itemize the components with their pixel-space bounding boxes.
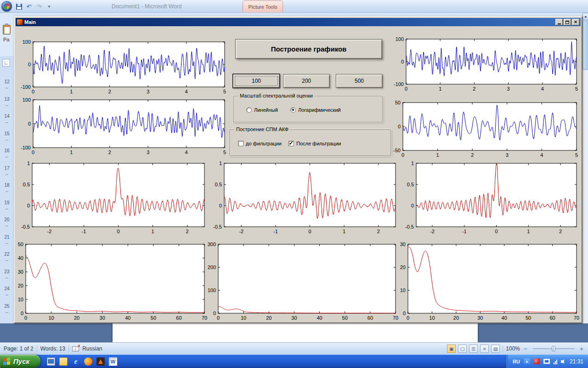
checkbox-icon[interactable] (238, 141, 243, 146)
ribbon-fragment: Pa (0, 13, 14, 57)
radio-icon[interactable] (246, 107, 252, 113)
word-vertical-scrollbar[interactable] (582, 13, 588, 343)
svg-text:0: 0 (401, 59, 404, 64)
after-filter-checkbox-option[interactable]: После фильтрации (288, 141, 341, 146)
svg-text:10: 10 (18, 297, 23, 302)
n-200-button[interactable]: 200 (283, 74, 330, 88)
svg-text:5: 5 (223, 89, 226, 94)
page-indicator[interactable]: Page: 1 of 2 (4, 345, 34, 352)
zoom-slider-thumb[interactable] (552, 346, 555, 351)
svg-text:0.5: 0.5 (23, 182, 30, 187)
ruler-number: 24 (0, 286, 14, 291)
svg-text:-2: -2 (430, 229, 435, 234)
svg-text:0: 0 (213, 310, 216, 316)
minimize-icon[interactable] (555, 19, 563, 25)
svg-text:50: 50 (526, 315, 531, 321)
ruler-number: 21 (0, 235, 14, 240)
matlab-figure-icon (17, 19, 23, 25)
svg-text:0: 0 (403, 310, 406, 316)
figure-title-bar[interactable]: Main (16, 18, 581, 26)
maximize-icon[interactable] (564, 19, 571, 25)
word-document-area (0, 323, 588, 342)
zoom-out-icon[interactable] (523, 345, 528, 352)
redo-icon[interactable] (35, 2, 43, 11)
web-layout-view-icon[interactable] (469, 345, 478, 353)
start-button[interactable]: Пуск (0, 355, 40, 368)
ruler-tick (6, 157, 8, 157)
qat-dropdown-icon[interactable] (45, 2, 53, 11)
taskbar-clock[interactable]: 21:31 (570, 358, 583, 365)
n-100-button[interactable]: 100 (233, 74, 280, 88)
plot-signal-mid-right: 012345-50050 (390, 99, 580, 160)
panel-title: Построение СПМ АКФ (234, 126, 290, 132)
n-500-button[interactable]: 500 (336, 74, 383, 88)
radio-icon[interactable] (290, 107, 296, 113)
zoom-slider[interactable] (533, 348, 574, 349)
checkbox-icon[interactable] (288, 141, 294, 146)
svg-text:0: 0 (24, 315, 27, 321)
tab-stop-selector[interactable] (2, 59, 10, 67)
proofing-icon[interactable] (72, 346, 79, 351)
print-layout-view-icon[interactable] (447, 345, 456, 353)
plot-canvas: 0102030405060700102030 (398, 241, 580, 322)
matlab-icon[interactable] (96, 357, 105, 366)
word-icon[interactable] (109, 357, 117, 366)
separator (37, 345, 37, 352)
svg-text:1: 1 (70, 89, 73, 94)
close-icon[interactable] (572, 19, 579, 25)
svg-text:0: 0 (217, 315, 220, 321)
svg-text:200: 200 (208, 264, 216, 270)
paste-clipboard-icon[interactable] (3, 25, 11, 34)
svg-text:4: 4 (540, 152, 543, 158)
svg-text:300: 300 (208, 242, 216, 247)
zoom-in-icon[interactable] (579, 345, 584, 352)
office-button[interactable] (1, 1, 12, 12)
tray-signal-icon[interactable] (554, 359, 557, 364)
svg-text:0: 0 (32, 89, 34, 94)
language-status[interactable]: Russian (82, 345, 102, 352)
svg-text:20: 20 (18, 283, 23, 288)
firefox-icon[interactable] (84, 357, 92, 366)
before-filter-checkbox-option[interactable]: до фильтрации (238, 141, 282, 146)
tray-security-icon[interactable] (534, 358, 540, 364)
show-desktop-icon[interactable] (47, 357, 55, 366)
language-indicator[interactable]: RU (513, 359, 520, 364)
plot-canvas: 012345-1000100 (17, 38, 228, 96)
draft-view-icon[interactable] (491, 345, 500, 353)
zoom-level[interactable]: 100% (506, 345, 520, 352)
log-radio-option[interactable]: Логарифмический (290, 107, 341, 113)
vertical-ruler: 1213141516171819202122232425 (0, 69, 14, 323)
undo-icon[interactable] (25, 2, 33, 11)
paste-button-label[interactable]: Pa (3, 37, 9, 42)
plot-signal-top-left: 012345-1000100 (17, 38, 228, 96)
svg-text:20: 20 (266, 315, 271, 321)
svg-text:0: 0 (405, 86, 407, 92)
svg-text:1: 1 (27, 161, 30, 166)
svg-text:-100: -100 (21, 84, 31, 90)
tray-network-icon[interactable] (543, 359, 550, 364)
svg-text:20: 20 (400, 264, 406, 270)
build-graphs-button[interactable]: Построение графиков (235, 39, 382, 59)
scroll-up-icon[interactable] (582, 13, 588, 20)
document-page (113, 323, 478, 342)
plot-canvas: -2-1012-0.500.51 (400, 160, 580, 236)
plot-psd-right: 0102030405060700102030 (398, 241, 580, 322)
ruler-number: 19 (0, 200, 14, 205)
linear-radio-option[interactable]: Линейный (246, 107, 278, 113)
save-icon[interactable] (15, 2, 23, 11)
svg-text:3: 3 (147, 89, 149, 94)
outline-view-icon[interactable] (480, 345, 489, 353)
svg-text:4: 4 (185, 89, 188, 94)
fullscreen-view-icon[interactable] (458, 345, 467, 353)
svg-text:0: 0 (28, 62, 31, 67)
volume-icon[interactable] (561, 360, 563, 363)
hide-icons-chevron-icon[interactable] (524, 358, 530, 365)
picture-tools-contextual-tab[interactable]: Picture Tools (243, 0, 283, 12)
internet-explorer-icon[interactable] (72, 357, 80, 366)
explorer-icon[interactable] (59, 357, 68, 366)
scrollbar-thumb[interactable] (582, 20, 588, 70)
svg-text:100: 100 (396, 36, 404, 42)
svg-text:3: 3 (507, 86, 510, 92)
plot-psd-middle: 0102030405060700100200300 (205, 241, 399, 322)
word-count[interactable]: Words: 13 (40, 345, 65, 352)
